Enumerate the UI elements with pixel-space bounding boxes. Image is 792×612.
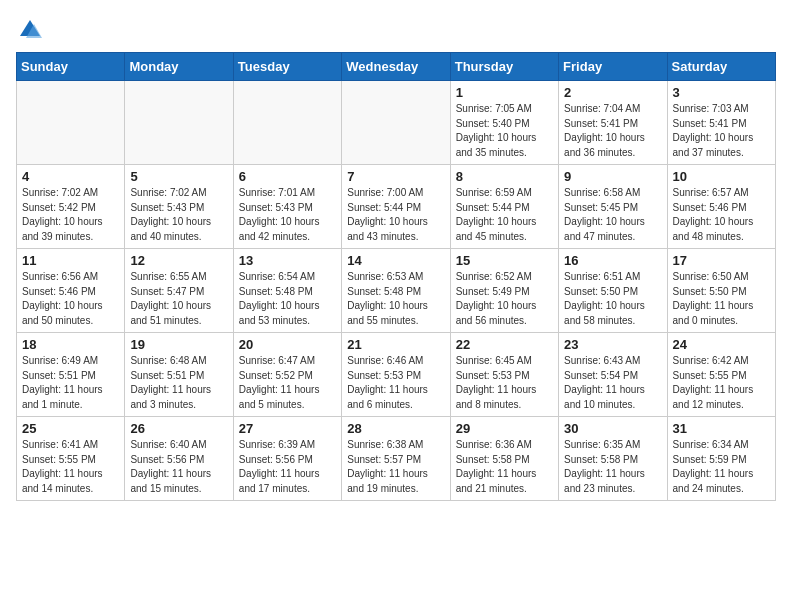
calendar-cell: 30Sunrise: 6:35 AM Sunset: 5:58 PM Dayli… bbox=[559, 417, 667, 501]
calendar-week-row: 18Sunrise: 6:49 AM Sunset: 5:51 PM Dayli… bbox=[17, 333, 776, 417]
calendar-cell: 29Sunrise: 6:36 AM Sunset: 5:58 PM Dayli… bbox=[450, 417, 558, 501]
day-of-week-header: Sunday bbox=[17, 53, 125, 81]
calendar-cell bbox=[17, 81, 125, 165]
day-info: Sunrise: 6:50 AM Sunset: 5:50 PM Dayligh… bbox=[673, 270, 770, 328]
calendar-cell: 1Sunrise: 7:05 AM Sunset: 5:40 PM Daylig… bbox=[450, 81, 558, 165]
day-number: 16 bbox=[564, 253, 661, 268]
day-number: 5 bbox=[130, 169, 227, 184]
day-number: 24 bbox=[673, 337, 770, 352]
day-info: Sunrise: 7:02 AM Sunset: 5:42 PM Dayligh… bbox=[22, 186, 119, 244]
day-number: 8 bbox=[456, 169, 553, 184]
calendar-cell: 26Sunrise: 6:40 AM Sunset: 5:56 PM Dayli… bbox=[125, 417, 233, 501]
day-info: Sunrise: 6:40 AM Sunset: 5:56 PM Dayligh… bbox=[130, 438, 227, 496]
day-of-week-header: Monday bbox=[125, 53, 233, 81]
calendar-cell: 9Sunrise: 6:58 AM Sunset: 5:45 PM Daylig… bbox=[559, 165, 667, 249]
day-info: Sunrise: 6:36 AM Sunset: 5:58 PM Dayligh… bbox=[456, 438, 553, 496]
day-number: 12 bbox=[130, 253, 227, 268]
calendar-cell: 5Sunrise: 7:02 AM Sunset: 5:43 PM Daylig… bbox=[125, 165, 233, 249]
day-number: 6 bbox=[239, 169, 336, 184]
day-of-week-header: Saturday bbox=[667, 53, 775, 81]
day-number: 19 bbox=[130, 337, 227, 352]
day-number: 11 bbox=[22, 253, 119, 268]
day-number: 26 bbox=[130, 421, 227, 436]
day-info: Sunrise: 6:53 AM Sunset: 5:48 PM Dayligh… bbox=[347, 270, 444, 328]
page-header bbox=[16, 16, 776, 44]
calendar-table: SundayMondayTuesdayWednesdayThursdayFrid… bbox=[16, 52, 776, 501]
calendar-cell: 19Sunrise: 6:48 AM Sunset: 5:51 PM Dayli… bbox=[125, 333, 233, 417]
day-info: Sunrise: 6:45 AM Sunset: 5:53 PM Dayligh… bbox=[456, 354, 553, 412]
day-info: Sunrise: 6:34 AM Sunset: 5:59 PM Dayligh… bbox=[673, 438, 770, 496]
day-info: Sunrise: 6:57 AM Sunset: 5:46 PM Dayligh… bbox=[673, 186, 770, 244]
day-info: Sunrise: 7:00 AM Sunset: 5:44 PM Dayligh… bbox=[347, 186, 444, 244]
day-info: Sunrise: 7:05 AM Sunset: 5:40 PM Dayligh… bbox=[456, 102, 553, 160]
calendar-cell: 7Sunrise: 7:00 AM Sunset: 5:44 PM Daylig… bbox=[342, 165, 450, 249]
day-info: Sunrise: 7:03 AM Sunset: 5:41 PM Dayligh… bbox=[673, 102, 770, 160]
day-info: Sunrise: 6:59 AM Sunset: 5:44 PM Dayligh… bbox=[456, 186, 553, 244]
day-info: Sunrise: 7:02 AM Sunset: 5:43 PM Dayligh… bbox=[130, 186, 227, 244]
calendar-cell: 22Sunrise: 6:45 AM Sunset: 5:53 PM Dayli… bbox=[450, 333, 558, 417]
day-info: Sunrise: 6:52 AM Sunset: 5:49 PM Dayligh… bbox=[456, 270, 553, 328]
calendar-cell: 25Sunrise: 6:41 AM Sunset: 5:55 PM Dayli… bbox=[17, 417, 125, 501]
day-info: Sunrise: 6:35 AM Sunset: 5:58 PM Dayligh… bbox=[564, 438, 661, 496]
day-number: 4 bbox=[22, 169, 119, 184]
calendar-cell: 28Sunrise: 6:38 AM Sunset: 5:57 PM Dayli… bbox=[342, 417, 450, 501]
calendar-cell: 16Sunrise: 6:51 AM Sunset: 5:50 PM Dayli… bbox=[559, 249, 667, 333]
day-number: 2 bbox=[564, 85, 661, 100]
calendar-week-row: 1Sunrise: 7:05 AM Sunset: 5:40 PM Daylig… bbox=[17, 81, 776, 165]
calendar-week-row: 11Sunrise: 6:56 AM Sunset: 5:46 PM Dayli… bbox=[17, 249, 776, 333]
calendar-cell: 10Sunrise: 6:57 AM Sunset: 5:46 PM Dayli… bbox=[667, 165, 775, 249]
day-info: Sunrise: 6:56 AM Sunset: 5:46 PM Dayligh… bbox=[22, 270, 119, 328]
day-number: 29 bbox=[456, 421, 553, 436]
calendar-cell bbox=[233, 81, 341, 165]
day-number: 31 bbox=[673, 421, 770, 436]
day-info: Sunrise: 6:49 AM Sunset: 5:51 PM Dayligh… bbox=[22, 354, 119, 412]
day-number: 14 bbox=[347, 253, 444, 268]
day-number: 30 bbox=[564, 421, 661, 436]
calendar-cell: 23Sunrise: 6:43 AM Sunset: 5:54 PM Dayli… bbox=[559, 333, 667, 417]
day-number: 10 bbox=[673, 169, 770, 184]
day-info: Sunrise: 6:39 AM Sunset: 5:56 PM Dayligh… bbox=[239, 438, 336, 496]
calendar-cell: 4Sunrise: 7:02 AM Sunset: 5:42 PM Daylig… bbox=[17, 165, 125, 249]
calendar-cell: 3Sunrise: 7:03 AM Sunset: 5:41 PM Daylig… bbox=[667, 81, 775, 165]
calendar-cell: 6Sunrise: 7:01 AM Sunset: 5:43 PM Daylig… bbox=[233, 165, 341, 249]
day-number: 28 bbox=[347, 421, 444, 436]
day-info: Sunrise: 6:46 AM Sunset: 5:53 PM Dayligh… bbox=[347, 354, 444, 412]
day-info: Sunrise: 6:47 AM Sunset: 5:52 PM Dayligh… bbox=[239, 354, 336, 412]
day-number: 22 bbox=[456, 337, 553, 352]
day-info: Sunrise: 6:55 AM Sunset: 5:47 PM Dayligh… bbox=[130, 270, 227, 328]
day-number: 7 bbox=[347, 169, 444, 184]
day-of-week-header: Tuesday bbox=[233, 53, 341, 81]
day-info: Sunrise: 6:48 AM Sunset: 5:51 PM Dayligh… bbox=[130, 354, 227, 412]
day-number: 13 bbox=[239, 253, 336, 268]
day-number: 27 bbox=[239, 421, 336, 436]
calendar-cell: 17Sunrise: 6:50 AM Sunset: 5:50 PM Dayli… bbox=[667, 249, 775, 333]
day-info: Sunrise: 7:04 AM Sunset: 5:41 PM Dayligh… bbox=[564, 102, 661, 160]
day-of-week-header: Wednesday bbox=[342, 53, 450, 81]
calendar-cell: 13Sunrise: 6:54 AM Sunset: 5:48 PM Dayli… bbox=[233, 249, 341, 333]
day-of-week-header: Friday bbox=[559, 53, 667, 81]
day-info: Sunrise: 6:41 AM Sunset: 5:55 PM Dayligh… bbox=[22, 438, 119, 496]
day-number: 18 bbox=[22, 337, 119, 352]
calendar-cell: 14Sunrise: 6:53 AM Sunset: 5:48 PM Dayli… bbox=[342, 249, 450, 333]
calendar-cell: 2Sunrise: 7:04 AM Sunset: 5:41 PM Daylig… bbox=[559, 81, 667, 165]
calendar-cell: 27Sunrise: 6:39 AM Sunset: 5:56 PM Dayli… bbox=[233, 417, 341, 501]
day-info: Sunrise: 6:43 AM Sunset: 5:54 PM Dayligh… bbox=[564, 354, 661, 412]
calendar-cell: 21Sunrise: 6:46 AM Sunset: 5:53 PM Dayli… bbox=[342, 333, 450, 417]
day-info: Sunrise: 6:51 AM Sunset: 5:50 PM Dayligh… bbox=[564, 270, 661, 328]
day-number: 3 bbox=[673, 85, 770, 100]
day-number: 1 bbox=[456, 85, 553, 100]
calendar-cell: 31Sunrise: 6:34 AM Sunset: 5:59 PM Dayli… bbox=[667, 417, 775, 501]
calendar-cell: 15Sunrise: 6:52 AM Sunset: 5:49 PM Dayli… bbox=[450, 249, 558, 333]
calendar-cell bbox=[342, 81, 450, 165]
calendar-cell: 12Sunrise: 6:55 AM Sunset: 5:47 PM Dayli… bbox=[125, 249, 233, 333]
calendar-week-row: 25Sunrise: 6:41 AM Sunset: 5:55 PM Dayli… bbox=[17, 417, 776, 501]
logo bbox=[16, 16, 48, 44]
day-number: 25 bbox=[22, 421, 119, 436]
day-info: Sunrise: 6:42 AM Sunset: 5:55 PM Dayligh… bbox=[673, 354, 770, 412]
calendar-cell: 11Sunrise: 6:56 AM Sunset: 5:46 PM Dayli… bbox=[17, 249, 125, 333]
calendar-cell: 24Sunrise: 6:42 AM Sunset: 5:55 PM Dayli… bbox=[667, 333, 775, 417]
day-number: 9 bbox=[564, 169, 661, 184]
day-info: Sunrise: 6:54 AM Sunset: 5:48 PM Dayligh… bbox=[239, 270, 336, 328]
day-info: Sunrise: 6:58 AM Sunset: 5:45 PM Dayligh… bbox=[564, 186, 661, 244]
day-info: Sunrise: 6:38 AM Sunset: 5:57 PM Dayligh… bbox=[347, 438, 444, 496]
